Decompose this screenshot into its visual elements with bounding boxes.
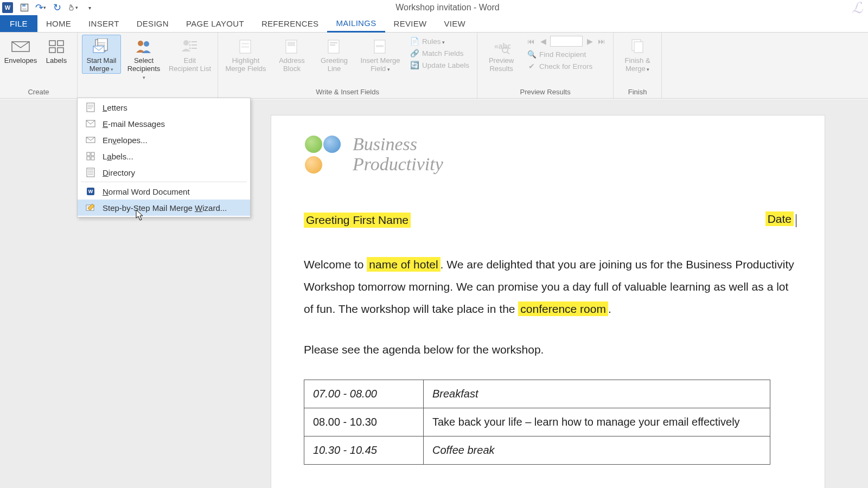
ribbon: Envelopes Labels Create Start Mail Merge	[0, 33, 868, 99]
envelope-icon	[11, 37, 30, 56]
tab-page-layout[interactable]: PAGE LAYOUT	[177, 15, 253, 32]
dropdown-label: Letters	[103, 103, 127, 112]
group-label-write: Write & Insert Fields	[222, 86, 473, 98]
start-mail-merge-button[interactable]: Start Mail Merge	[82, 35, 121, 74]
merge-field-date[interactable]: Date	[765, 211, 794, 226]
update-labels-button[interactable]: 🔄Update Labels	[407, 60, 473, 70]
svg-point-11	[138, 41, 143, 46]
first-record-icon[interactable]: ⏮	[526, 36, 536, 46]
agenda-time: 08.00 - 10.30	[304, 408, 424, 436]
svg-rect-1	[22, 4, 25, 7]
dropdown-label: Normal Word Document	[103, 187, 190, 196]
dropdown-label: Envelopes...	[103, 136, 148, 145]
tab-references[interactable]: REFERENCES	[253, 15, 328, 32]
merge-field-room[interactable]: conference room	[518, 301, 608, 316]
save-icon[interactable]	[20, 3, 29, 12]
update-icon: 🔄	[410, 61, 419, 69]
logo: Business Productivity	[304, 134, 796, 175]
select-recipients-button[interactable]: Select Recipients	[124, 35, 163, 82]
letters-icon	[85, 102, 96, 112]
find-recipient-button[interactable]: 🔍Find Recipient	[524, 49, 609, 60]
insert-merge-field-button[interactable]: Insert Merge Field	[357, 35, 404, 74]
finish-merge-button[interactable]: Finish & Merge	[618, 35, 657, 74]
mail-merge-icon	[92, 37, 111, 56]
tab-home[interactable]: HOME	[37, 15, 80, 32]
tab-insert[interactable]: INSERT	[80, 15, 128, 32]
merge-field-hotel[interactable]: name of hotel	[367, 257, 440, 272]
svg-rect-19	[241, 46, 249, 48]
rules-icon: 📄	[410, 37, 419, 46]
preview-results-button[interactable]: «abc» Preview Results	[482, 35, 521, 74]
envelopes-button[interactable]: Envelopes	[4, 35, 37, 66]
tab-mailings[interactable]: MAILINGS	[327, 15, 385, 33]
dropdown-item-wizard[interactable]: Step-by-Step Mail Merge Wizard...	[78, 200, 250, 216]
envelopes-dd-icon	[85, 135, 96, 145]
svg-point-14	[189, 41, 191, 43]
edit-list-icon	[180, 37, 200, 56]
table-row: 10.30 - 10.45 Coffee break	[304, 436, 770, 464]
prev-record-icon[interactable]: ◀	[538, 36, 548, 46]
wizard-icon	[85, 203, 96, 213]
dropdown-item-directory[interactable]: Directory	[78, 164, 250, 181]
svg-point-13	[183, 40, 189, 46]
svg-rect-18	[241, 43, 249, 44]
agenda-time: 07.00 - 08.00	[304, 380, 424, 408]
tab-file[interactable]: FILE	[0, 15, 37, 32]
text-cursor	[796, 214, 796, 227]
check-icon: ✔	[527, 62, 536, 70]
tab-review[interactable]: REVIEW	[385, 15, 436, 32]
match-fields-button[interactable]: 🔗Match Fields	[407, 48, 473, 59]
highlight-icon	[236, 37, 256, 56]
dropdown-item-email[interactable]: E-mail Messages	[78, 115, 250, 132]
tab-design[interactable]: DESIGN	[128, 15, 177, 32]
recipients-icon	[134, 37, 154, 56]
dropdown-label: E-mail Messages	[103, 119, 165, 129]
labels-button[interactable]: Labels	[40, 35, 73, 66]
check-errors-button[interactable]: ✔Check for Errors	[524, 61, 609, 72]
body-paragraph-1[interactable]: Welcome to name of hotel. We are delight…	[304, 254, 796, 320]
dropdown-item-envelopes[interactable]: Envelopes...	[78, 132, 250, 148]
tab-view[interactable]: VIEW	[436, 15, 475, 32]
svg-point-15	[189, 44, 191, 46]
next-record-icon[interactable]: ▶	[585, 36, 595, 46]
redo-icon[interactable]: ↻	[52, 3, 62, 12]
svg-rect-4	[49, 41, 55, 46]
last-record-icon[interactable]: ⏭	[597, 36, 607, 46]
address-block-icon	[282, 37, 302, 56]
svg-rect-21	[288, 42, 295, 46]
agenda-table[interactable]: 07.00 - 08.00 Breakfast 08.00 - 10.30 Ta…	[304, 380, 770, 465]
agenda-time: 10.30 - 10.45	[304, 436, 424, 464]
window-title: Workshop invitation - Word	[94, 3, 801, 12]
svg-rect-24	[376, 45, 384, 47]
group-label-preview: Preview Results	[482, 86, 609, 98]
agenda-item: Coffee break	[424, 436, 770, 464]
rules-button[interactable]: 📄Rules	[407, 36, 473, 47]
group-finish: Finish & Merge Finish	[614, 33, 662, 98]
body-paragraph-2[interactable]: Please see the agenda below for the work…	[304, 339, 796, 361]
edit-recipient-list-button[interactable]: Edit Recipient List	[167, 35, 213, 74]
group-label-finish: Finish	[618, 86, 657, 98]
undo-icon[interactable]: ↶▾	[36, 3, 46, 12]
greeting-line-button[interactable]: Greeting Line	[315, 35, 354, 74]
qat-customize-icon[interactable]: ▾	[85, 3, 94, 12]
document-page[interactable]: Business Productivity Greeting First Nam…	[271, 115, 825, 488]
ribbon-tabs: FILE HOME INSERT DESIGN PAGE LAYOUT REFE…	[0, 15, 868, 33]
dropdown-item-labels[interactable]: Labels...	[78, 148, 250, 164]
record-number-input[interactable]	[550, 36, 583, 47]
dropdown-item-normal-doc[interactable]: W Normal Word Document	[78, 183, 250, 200]
touch-mode-icon[interactable]: ▾	[68, 3, 78, 12]
address-block-button[interactable]: Address Block	[272, 35, 311, 74]
svg-rect-35	[91, 157, 94, 160]
svg-rect-5	[58, 41, 63, 46]
decorative-swirl-icon: ℒ	[852, 0, 863, 17]
dropdown-label: Directory	[103, 168, 135, 177]
dropdown-separator	[81, 182, 247, 182]
merge-field-greeting[interactable]: Greeting First Name	[304, 213, 411, 228]
dropdown-item-letters[interactable]: Letters	[78, 99, 250, 115]
word-app-icon[interactable]: W	[2, 2, 13, 13]
agenda-item: Breakfast	[424, 380, 770, 408]
svg-rect-28	[634, 42, 643, 53]
highlight-merge-fields-button[interactable]: Highlight Merge Fields	[222, 35, 269, 74]
logo-text: Business Productivity	[353, 134, 443, 175]
labels-icon	[47, 37, 66, 56]
